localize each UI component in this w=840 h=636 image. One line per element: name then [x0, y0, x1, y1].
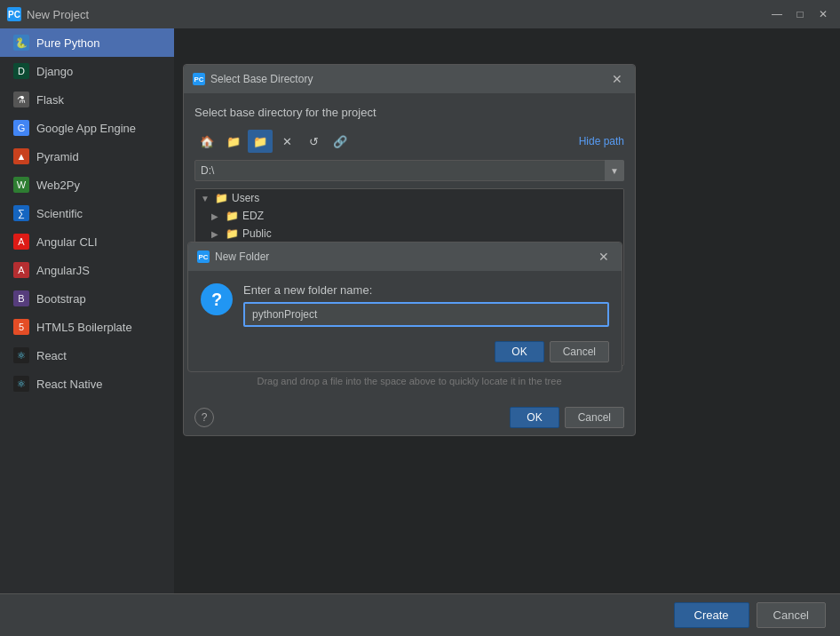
bootstrap-icon: B: [13, 290, 29, 306]
sidebar-item-google-app-engine[interactable]: G Google App Engine: [0, 114, 174, 142]
dialog-select-base-subtitle: Select base directory for the project: [194, 104, 624, 123]
new-folder-right: Enter a new folder name:: [243, 283, 609, 327]
django-icon: D: [13, 63, 29, 79]
link-button[interactable]: 🔗: [328, 130, 353, 153]
window-title: New Project: [27, 8, 89, 21]
html5-icon: 5: [13, 319, 29, 335]
sidebar-label-bootstrap: Bootstrap: [36, 292, 86, 306]
minimize-button[interactable]: —: [767, 4, 787, 24]
gae-icon: G: [13, 120, 29, 136]
hide-path-button[interactable]: Hide path: [579, 135, 624, 147]
sidebar-label-angularjs: AngularJS: [36, 264, 90, 277]
folder-icon-edz: 📁: [226, 210, 239, 222]
react-icon: ⚛: [13, 347, 29, 363]
tree-item-users[interactable]: ▼ 📁 Users: [195, 189, 623, 207]
folder-icon-users: 📁: [215, 192, 228, 204]
path-dropdown-button[interactable]: ▼: [605, 160, 624, 181]
new-folder-cancel-button[interactable]: Cancel: [550, 341, 609, 362]
sidebar: 🐍 Pure Python D Django ⚗ Flask G Google …: [0, 28, 174, 593]
sidebar-label-pyramid: Pyramid: [36, 150, 79, 163]
tree-label-users: Users: [232, 192, 259, 204]
app-icon: PC: [7, 7, 21, 21]
sidebar-item-angular-cli[interactable]: A Angular CLI: [0, 227, 174, 256]
sidebar-label-react-native: React Native: [36, 378, 102, 391]
bottom-bar: Create Cancel: [0, 593, 840, 636]
tree-item-edz[interactable]: ▶ 📁 EDZ: [195, 207, 623, 225]
angularjs-icon: A: [13, 262, 29, 278]
dialog-new-folder: PC New Folder ✕ ? Enter a new folder nam…: [187, 242, 622, 372]
dialog-select-base-title: Select Base Directory: [210, 73, 313, 85]
sidebar-label-scientific: Scientific: [36, 207, 83, 220]
dialog-select-base-footer: ? OK Cancel: [184, 400, 635, 435]
new-folder-title: New Folder: [215, 250, 269, 263]
angular-icon: A: [13, 234, 29, 250]
folder-button[interactable]: 📁: [221, 130, 246, 153]
title-bar-left: PC New Project: [7, 7, 89, 21]
sidebar-item-django[interactable]: D Django: [0, 57, 174, 85]
sidebar-label-react: React: [36, 349, 67, 362]
new-folder-app-icon: PC: [197, 250, 210, 263]
pyramid-icon: ▲: [13, 148, 29, 164]
dialog-select-base-close[interactable]: ✕: [608, 70, 626, 88]
folder-icon-public: 📁: [226, 227, 239, 240]
title-bar-controls: — □ ✕: [767, 4, 833, 24]
tree-label-public: Public: [242, 227, 272, 240]
sidebar-item-web2py[interactable]: W Web2Py: [0, 171, 174, 199]
sidebar-item-flask[interactable]: ⚗ Flask: [0, 85, 174, 114]
new-folder-close-button[interactable]: ✕: [595, 248, 613, 266]
create-button[interactable]: Create: [674, 602, 749, 628]
sidebar-item-pure-python[interactable]: 🐍 Pure Python: [0, 28, 174, 57]
tree-label-edz: EDZ: [242, 210, 264, 222]
sidebar-item-html5-boilerplate[interactable]: 5 HTML5 Boilerplate: [0, 313, 174, 341]
main-panel: PC Select Base Directory ✕ Select base d…: [174, 28, 840, 593]
content-area: 🐍 Pure Python D Django ⚗ Flask G Google …: [0, 28, 840, 593]
sidebar-item-react[interactable]: ⚛ React: [0, 341, 174, 370]
dialog-title-left: PC Select Base Directory: [193, 73, 313, 85]
sidebar-label-gae: Google App Engine: [36, 122, 136, 135]
dialog-select-base-titlebar: PC Select Base Directory ✕: [184, 65, 635, 93]
main-cancel-button[interactable]: Cancel: [757, 602, 826, 628]
maximize-button[interactable]: □: [790, 4, 810, 24]
sidebar-item-pyramid[interactable]: ▲ Pyramid: [0, 142, 174, 171]
react-native-icon: ⚛: [13, 376, 29, 392]
tree-item-public[interactable]: ▶ 📁 Public: [195, 225, 623, 242]
close-button[interactable]: ✕: [813, 4, 833, 24]
path-row: ▼: [194, 160, 624, 181]
new-folder-content: ? Enter a new folder name:: [201, 283, 609, 327]
sidebar-item-scientific[interactable]: ∑ Scientific: [0, 199, 174, 227]
path-input-wrap: ▼: [194, 160, 624, 181]
home-button[interactable]: 🏠: [194, 130, 219, 153]
sidebar-item-bootstrap[interactable]: B Bootstrap: [0, 284, 174, 313]
sidebar-label-angular-cli: Angular CLI: [36, 235, 98, 249]
question-icon: ?: [201, 283, 233, 315]
sidebar-label-html5: HTML5 Boilerplate: [36, 321, 132, 334]
new-folder-footer: OK Cancel: [188, 336, 622, 371]
path-input[interactable]: [194, 160, 624, 181]
sidebar-item-angularjs[interactable]: A AngularJS: [0, 256, 174, 284]
dialog-action-buttons: OK Cancel: [510, 407, 624, 428]
title-bar: PC New Project — □ ✕: [0, 0, 840, 28]
new-folder-ok-button[interactable]: OK: [495, 341, 543, 362]
tree-arrow-edz: ▶: [211, 211, 222, 221]
flask-icon: ⚗: [13, 91, 29, 107]
dialog-app-icon: PC: [193, 73, 205, 85]
main-window: PC New Project — □ ✕ 🐍 Pure Python D Dja…: [0, 0, 840, 636]
new-folder-toolbar-button[interactable]: 📁: [248, 130, 273, 153]
sidebar-label-flask: Flask: [36, 93, 64, 107]
new-folder-input[interactable]: [243, 302, 609, 327]
delete-button[interactable]: ✕: [274, 130, 299, 153]
new-folder-prompt: Enter a new folder name:: [243, 283, 609, 297]
python-icon: 🐍: [13, 35, 29, 51]
sidebar-label-web2py: Web2Py: [36, 179, 80, 192]
sidebar-label-pure-python: Pure Python: [36, 36, 100, 50]
help-button[interactable]: ?: [194, 408, 214, 427]
sidebar-item-react-native[interactable]: ⚛ React Native: [0, 370, 174, 398]
dialog-cancel-button[interactable]: Cancel: [565, 407, 624, 428]
tree-arrow-public: ▶: [211, 229, 222, 239]
sidebar-label-django: Django: [36, 65, 73, 78]
refresh-button[interactable]: ↺: [301, 130, 326, 153]
web2py-icon: W: [13, 177, 29, 193]
dialog-toolbar: 🏠 📁 📁 ✕ ↺ 🔗 Hide path: [194, 130, 624, 153]
new-folder-body: ? Enter a new folder name:: [188, 271, 622, 336]
dialog-ok-button[interactable]: OK: [510, 407, 559, 428]
